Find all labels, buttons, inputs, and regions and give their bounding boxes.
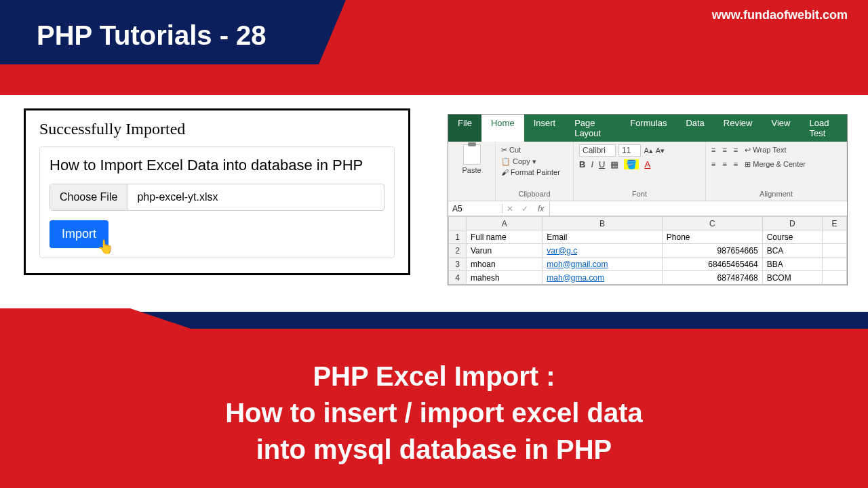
- formula-input[interactable]: [549, 201, 847, 216]
- formula-bar: A5 ✕ ✓ fx: [448, 201, 847, 216]
- cell[interactable]: mhoan: [467, 258, 542, 271]
- cell[interactable]: Varun: [467, 244, 542, 258]
- cell[interactable]: [823, 244, 847, 258]
- font-color-button[interactable]: A: [644, 159, 650, 169]
- row-header[interactable]: 3: [449, 258, 467, 271]
- tab-home[interactable]: Home: [481, 115, 524, 142]
- email-link[interactable]: moh@gmail.com: [547, 260, 608, 269]
- clipboard-icon: [463, 144, 481, 165]
- align-top-icon[interactable]: ≡: [711, 144, 715, 156]
- cell[interactable]: Course: [762, 230, 822, 244]
- tab-formulas[interactable]: Formulas: [620, 115, 676, 142]
- fx-icon[interactable]: fx: [532, 204, 549, 214]
- alignment-group: ≡ ≡ ≡ ↩ Wrap Text ≡ ≡ ≡ ⊞ Merge & Center…: [706, 142, 847, 201]
- bold-button[interactable]: B: [579, 159, 585, 169]
- col-header-b[interactable]: B: [542, 217, 663, 230]
- cell[interactable]: BBA: [762, 258, 822, 271]
- col-header-d[interactable]: D: [762, 217, 822, 230]
- cell[interactable]: var@g.c: [542, 244, 663, 258]
- tab-file[interactable]: File: [448, 115, 481, 142]
- choose-file-button[interactable]: Choose File: [50, 184, 127, 210]
- file-input-row: Choose File php-excel-yt.xlsx: [50, 184, 384, 211]
- cell[interactable]: [823, 271, 847, 285]
- cell[interactable]: BCOM: [762, 271, 822, 285]
- font-name-select[interactable]: Calibri: [579, 144, 616, 157]
- tab-view[interactable]: View: [762, 115, 800, 142]
- align-bot-icon[interactable]: ≡: [734, 144, 738, 156]
- email-link[interactable]: mah@gma.com: [547, 273, 604, 283]
- clipboard-group: ✂ Cut 📋 Copy ▾ 🖌 Format Painter Clipboar…: [496, 142, 574, 201]
- format-painter-button[interactable]: 🖌 Format Painter: [501, 167, 568, 178]
- ribbon-body: Paste ✂ Cut 📋 Copy ▾ 🖌 Format Painter Cl…: [448, 142, 847, 201]
- cell[interactable]: [823, 258, 847, 271]
- align-mid-icon[interactable]: ≡: [722, 144, 726, 156]
- tab-data[interactable]: Data: [676, 115, 713, 142]
- increase-font-icon[interactable]: A▴: [644, 146, 652, 155]
- selected-file-name: php-excel-yt.xlsx: [127, 184, 384, 210]
- cell[interactable]: Email: [542, 230, 663, 244]
- font-group: Calibri 11 A▴ A▾ B I U ▦ 🪣 A Font: [574, 142, 706, 201]
- php-import-card: Successfully Imported How to Import Exce…: [24, 108, 410, 275]
- email-link[interactable]: var@g.c: [547, 246, 577, 256]
- site-url: www.fundaofwebit.com: [712, 8, 848, 22]
- cell[interactable]: 987654665: [662, 244, 762, 258]
- title-line-2: How to insert / import excel data: [0, 394, 868, 431]
- col-header-a[interactable]: A: [467, 217, 542, 230]
- tab-insert[interactable]: Insert: [524, 115, 566, 142]
- alignment-group-label: Alignment: [711, 188, 841, 198]
- form-heading: How to Import Excel Data into database i…: [50, 157, 384, 174]
- tab-review[interactable]: Review: [714, 115, 762, 142]
- name-box[interactable]: A5: [448, 204, 502, 214]
- import-form-card: How to Import Excel Data into database i…: [39, 146, 395, 258]
- success-message: Successfully Imported: [39, 120, 395, 138]
- ribbon-tabs: File Home Insert Page Layout Formulas Da…: [448, 115, 847, 142]
- font-size-select[interactable]: 11: [618, 144, 641, 157]
- video-title: PHP Excel Import : How to insert / impor…: [0, 358, 868, 468]
- row-header[interactable]: 2: [449, 244, 467, 258]
- cell[interactable]: BCA: [762, 244, 822, 258]
- cell[interactable]: 68465465464: [662, 258, 762, 271]
- spreadsheet-grid: A B C D E 1 Full name Email Phone Course…: [448, 216, 847, 285]
- tab-page-layout[interactable]: Page Layout: [565, 115, 620, 142]
- cell[interactable]: 687487468: [662, 271, 762, 285]
- merge-center-button[interactable]: ⊞ Merge & Center: [745, 159, 806, 170]
- cell[interactable]: mahesh: [467, 271, 542, 285]
- select-all-corner[interactable]: [449, 217, 467, 230]
- import-button-label: Import: [62, 227, 96, 241]
- cell[interactable]: mah@gma.com: [542, 271, 663, 285]
- wrap-text-button[interactable]: ↩ Wrap Text: [745, 144, 786, 156]
- page-title: PHP Tutorials - 28: [20, 12, 283, 59]
- import-button[interactable]: Import 👆: [50, 220, 108, 248]
- underline-button[interactable]: U: [599, 159, 605, 169]
- cell[interactable]: [823, 230, 847, 244]
- font-group-label: Font: [579, 188, 700, 198]
- paste-group: Paste: [448, 142, 496, 201]
- align-center-icon[interactable]: ≡: [722, 159, 726, 170]
- title-line-3: into mysql database in PHP: [0, 431, 868, 468]
- cancel-icon[interactable]: ✕: [502, 204, 517, 214]
- paste-label: Paste: [462, 166, 481, 174]
- border-button[interactable]: ▦: [610, 159, 618, 169]
- decrease-font-icon[interactable]: A▾: [656, 146, 665, 155]
- title-line-1: PHP Excel Import :: [0, 358, 868, 394]
- italic-button[interactable]: I: [591, 159, 593, 169]
- align-left-icon[interactable]: ≡: [711, 159, 715, 170]
- cell[interactable]: moh@gmail.com: [542, 258, 663, 271]
- cut-button[interactable]: ✂ Cut: [501, 144, 568, 156]
- enter-icon[interactable]: ✓: [517, 204, 532, 214]
- align-right-icon[interactable]: ≡: [734, 159, 738, 170]
- row-header[interactable]: 4: [449, 271, 467, 285]
- col-header-e[interactable]: E: [823, 217, 847, 230]
- clipboard-group-label: Clipboard: [501, 188, 568, 198]
- tab-load-test[interactable]: Load Test: [800, 115, 847, 142]
- col-header-c[interactable]: C: [662, 217, 762, 230]
- row-header[interactable]: 1: [449, 230, 467, 244]
- excel-window: File Home Insert Page Layout Formulas Da…: [448, 114, 848, 285]
- fill-color-button[interactable]: 🪣: [624, 159, 639, 169]
- paste-button[interactable]: Paste: [454, 144, 490, 174]
- copy-button[interactable]: 📋 Copy ▾: [501, 156, 568, 167]
- cell[interactable]: Full name: [467, 230, 542, 244]
- cursor-hand-icon: 👆: [97, 239, 114, 255]
- cell[interactable]: Phone: [662, 230, 762, 244]
